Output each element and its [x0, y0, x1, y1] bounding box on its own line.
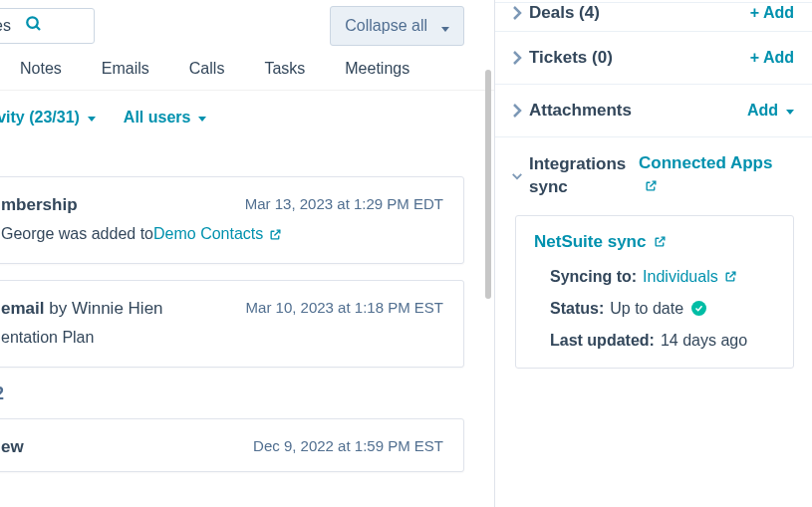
chevron-right-icon[interactable] [505, 104, 529, 118]
caret-down-icon [786, 110, 794, 115]
filter-activity-label: er activity (23/31) [0, 109, 80, 127]
last-updated-label: Last updated: [550, 332, 655, 350]
status-value: Up to date [610, 300, 683, 318]
external-link-icon [645, 179, 658, 192]
section-title: Integrations sync [529, 153, 639, 199]
svg-point-0 [27, 17, 38, 28]
connected-apps-link[interactable]: Connected Apps [639, 153, 772, 197]
collapse-all-label: Collapse all [345, 17, 427, 35]
card-timestamp: Mar 10, 2023 at 1:18 PM EST [246, 299, 443, 316]
section-integrations-sync: Integrations sync Connected Apps NetSuit… [495, 137, 812, 369]
tab-tasks[interactable]: Tasks [244, 60, 325, 78]
collapse-all-button[interactable]: Collapse all [330, 6, 464, 46]
timeline-card-review[interactable]: ew Dec 9, 2022 at 1:59 PM EST [0, 418, 464, 472]
caret-down-icon [433, 17, 449, 35]
add-attachment-dropdown[interactable]: Add [747, 102, 794, 120]
external-link-icon[interactable] [724, 270, 737, 283]
add-ticket-button[interactable]: + Add [750, 49, 794, 67]
card-timestamp: Mar 13, 2023 at 1:29 PM EDT [245, 195, 443, 212]
demo-contacts-link[interactable]: Demo Contacts [153, 225, 263, 243]
card-title: email by Winnie Hien [1, 299, 163, 319]
netsuite-sync-card: NetSuite sync Syncing to: Individuals [515, 215, 794, 369]
record-sidebar: Deals (4) + Add Tickets (0) + Add [494, 0, 812, 507]
card-body-text: entation Plan [1, 329, 94, 347]
check-circle-icon [691, 301, 706, 316]
chevron-right-icon[interactable] [505, 51, 529, 65]
section-title: Attachments [529, 101, 747, 121]
chevron-right-icon[interactable] [505, 6, 529, 20]
top-row: ivities Collapse all [0, 0, 494, 46]
last-updated-value: 14 days ago [661, 332, 747, 350]
caret-down-icon [88, 117, 96, 122]
timeline-card-email[interactable]: email by Winnie Hien Mar 10, 2023 at 1:1… [0, 280, 464, 368]
search-icon[interactable] [25, 15, 43, 37]
card-body-text: George was added to [1, 225, 153, 243]
netsuite-sync-link[interactable]: NetSuite sync [534, 232, 667, 252]
card-title: mbership [1, 195, 78, 215]
add-deal-button[interactable]: + Add [750, 4, 794, 22]
caret-down-icon [198, 117, 206, 122]
external-link-icon [654, 235, 667, 248]
scrollbar-thumb[interactable] [485, 70, 491, 299]
section-attachments: Attachments Add [495, 85, 812, 137]
syncing-to-label: Syncing to: [550, 268, 637, 286]
status-label: Status: [550, 300, 604, 318]
section-title: Tickets (0) [529, 48, 750, 68]
chevron-down-icon[interactable] [505, 169, 529, 183]
section-tickets: Tickets (0) + Add [495, 32, 812, 85]
section-deals: Deals (4) + Add [495, 2, 812, 32]
tab-notes[interactable]: Notes [0, 60, 82, 78]
svg-line-1 [36, 26, 40, 30]
tab-meetings[interactable]: Meetings [325, 60, 429, 78]
filter-users-dropdown[interactable]: All users [124, 109, 207, 127]
filter-activity-dropdown[interactable]: er activity (23/31) [0, 109, 96, 127]
filter-users-label: All users [124, 109, 191, 127]
activity-timeline-panel: ivities Collapse all Notes Emails Calls … [0, 0, 494, 507]
search-activities-input[interactable]: ivities [0, 8, 95, 44]
search-placeholder-partial: ivities [0, 17, 11, 35]
tabs-row: Notes Emails Calls Tasks Meetings [0, 46, 494, 91]
card-timestamp: Dec 9, 2022 at 1:59 PM EST [253, 437, 443, 454]
year-separator: 2022 [0, 383, 494, 404]
external-link-icon[interactable] [269, 228, 282, 241]
tab-emails[interactable]: Emails [82, 60, 169, 78]
card-title: ew [1, 437, 24, 457]
syncing-to-value-link[interactable]: Individuals [643, 268, 718, 286]
filter-row: er activity (23/31) All users [0, 91, 494, 146]
section-title: Deals (4) [529, 3, 750, 23]
vertical-scrollbar[interactable] [484, 0, 492, 507]
tab-calls[interactable]: Calls [169, 60, 245, 78]
timeline-card-membership[interactable]: mbership Mar 13, 2023 at 1:29 PM EDT Geo… [0, 176, 464, 264]
